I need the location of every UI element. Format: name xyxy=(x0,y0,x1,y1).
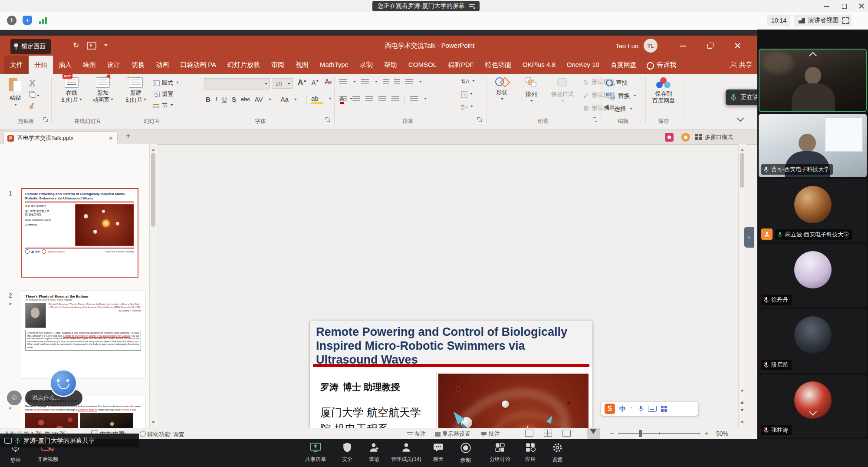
settings-button[interactable]: 设置 xyxy=(541,442,574,464)
font-dialog-launcher[interactable] xyxy=(326,117,330,122)
character-spacing-button[interactable]: AV xyxy=(255,96,276,103)
distribute-icon[interactable] xyxy=(391,96,399,102)
canvas-scrollbar[interactable] xyxy=(738,144,746,428)
align-right-icon[interactable] xyxy=(365,96,373,102)
breakout-button[interactable]: 分组讨论 xyxy=(483,442,516,463)
increase-indent-icon[interactable] xyxy=(394,79,400,85)
cut-button[interactable] xyxy=(29,79,36,88)
line-spacing-icon[interactable] xyxy=(405,79,413,85)
slide-thumbnail-1[interactable]: Remote Powering and Control of Biologica… xyxy=(21,188,138,278)
close-document-tab-icon[interactable]: ✕ xyxy=(108,135,113,142)
multiwindow-icon[interactable] xyxy=(695,134,702,140)
zoom-out-button[interactable]: − xyxy=(610,430,614,437)
ime-toolbar[interactable]: S 中 °, xyxy=(601,402,698,416)
video-tile-xudandan[interactable]: 徐丹丹 xyxy=(759,244,867,308)
layout-button[interactable]: 版式 xyxy=(153,79,179,87)
accessibility-status[interactable]: 辅助功能: 调查 xyxy=(140,430,184,438)
ribbon-tab-foxit-pdf[interactable]: 福昕PDF xyxy=(442,56,480,74)
zoom-in-button[interactable]: + xyxy=(705,430,709,437)
grow-font-button[interactable]: A▲ xyxy=(298,78,307,87)
notes-button[interactable]: 备注 xyxy=(407,430,426,438)
emoji-button[interactable]: ☺ xyxy=(7,391,22,405)
record-button[interactable]: 录制 xyxy=(449,442,482,464)
share-button[interactable]: 共享 xyxy=(730,56,752,74)
video-tile-gaolibo[interactable]: 高立波-西安电子科技大学 xyxy=(759,179,867,242)
ribbon-tab-tell-me[interactable]: 告诉我 xyxy=(655,56,682,74)
participants-scroll-up-icon[interactable] xyxy=(809,52,816,60)
find-button[interactable]: 查找 xyxy=(606,79,628,87)
ppt-minimize-button[interactable] xyxy=(680,42,687,49)
sogou-logo-icon[interactable]: S xyxy=(605,404,615,414)
clipboard-dialog-launcher[interactable] xyxy=(43,117,48,122)
ribbon-tab-insert[interactable]: 插入 xyxy=(53,56,77,74)
convert-smartart-button[interactable] xyxy=(461,104,473,110)
copy-button[interactable] xyxy=(29,90,39,99)
video-tile-caoke[interactable]: 曹可-西安电子科技大学 xyxy=(759,114,867,177)
sidebar-collapse-handle[interactable]: › xyxy=(744,227,754,248)
ime-toolbox-icon[interactable] xyxy=(661,406,667,412)
manage-members-button[interactable]: 管理成员(14) xyxy=(390,442,423,463)
ribbon-tab-home[interactable]: 开始 xyxy=(29,56,53,74)
ribbon-tab-transitions[interactable]: 切换 xyxy=(126,56,150,74)
zoom-slider-thumb[interactable] xyxy=(639,430,642,437)
canvas-scroll-up-icon[interactable] xyxy=(740,147,744,151)
ime-language-icon[interactable]: 中 xyxy=(619,405,626,413)
new-animation-page-button[interactable]: 新加动画页 xyxy=(89,77,117,103)
collapse-ribbon-icon[interactable] xyxy=(737,115,744,122)
canvas-scroll-bottom-icon[interactable] xyxy=(740,421,744,425)
display-settings-button[interactable]: 显示器设置 xyxy=(435,430,470,438)
ribbon-tab-draw[interactable]: 绘图 xyxy=(77,56,102,74)
slide-thumbnail-2[interactable]: There's Plenty of Room at the Bottom An … xyxy=(21,291,145,378)
ppt-restore-button[interactable] xyxy=(707,42,714,49)
section-button[interactable]: 节 xyxy=(153,102,173,109)
decrease-indent-icon[interactable] xyxy=(383,79,389,85)
start-slideshow-icon[interactable] xyxy=(87,42,96,50)
fullscreen-button[interactable] xyxy=(840,15,852,26)
online-slides-button[interactable]: HOT 在线幻灯片 xyxy=(57,77,86,103)
italic-button[interactable]: I xyxy=(215,96,217,103)
normal-view-icon[interactable] xyxy=(525,430,533,437)
lock-screen-button[interactable]: 锁定画面 xyxy=(10,39,51,54)
reset-button[interactable]: 重置 xyxy=(153,90,173,98)
ribbon-tab-view[interactable]: 视图 xyxy=(290,56,314,74)
slideshow-view-button[interactable] xyxy=(587,428,600,439)
minimize-button[interactable] xyxy=(824,3,830,9)
meeting-info-icon[interactable]: i xyxy=(7,16,16,25)
ribbon-tab-special-features[interactable]: 特色功能 xyxy=(480,56,517,74)
bold-button[interactable]: B xyxy=(206,96,210,103)
ribbon-tab-okplus[interactable]: OKPlus 4.8 xyxy=(517,56,561,74)
tab-more-icon[interactable]: ⋮ xyxy=(115,133,121,140)
previous-slide-icon[interactable] xyxy=(740,399,744,404)
ribbon-tab-comsol[interactable]: COMSOL xyxy=(403,56,442,74)
shrink-font-button[interactable]: A▼ xyxy=(312,79,319,86)
arrange-button[interactable]: 排列 xyxy=(519,77,543,105)
plugin-icon-1[interactable] xyxy=(665,133,674,142)
shapes-button[interactable]: 形状 xyxy=(490,77,514,103)
next-slide-icon[interactable] xyxy=(740,409,744,413)
thumbnail-scrollbar[interactable] xyxy=(149,144,157,428)
banner-menu-icon[interactable] xyxy=(469,3,476,9)
numbering-icon[interactable] xyxy=(361,79,369,85)
share-screen-button[interactable]: 共享屏幕 xyxy=(299,442,332,463)
ime-punctuation-icon[interactable]: °, xyxy=(630,406,634,412)
main-slide[interactable]: Remote Powering and Control of Biologica… xyxy=(310,321,592,428)
video-tile-duanqikai[interactable]: 段启凯 xyxy=(759,309,867,373)
canvas-scroll-down-icon[interactable] xyxy=(740,390,744,394)
text-direction-button[interactable]: ⇅A xyxy=(461,78,475,85)
ime-keyboard-icon[interactable] xyxy=(648,406,657,412)
font-size-input[interactable]: 20 xyxy=(273,78,293,89)
strikethrough-button[interactable]: abc xyxy=(241,96,250,103)
ppt-close-button[interactable] xyxy=(734,42,741,49)
justify-icon[interactable] xyxy=(378,96,386,102)
account-avatar[interactable]: TL xyxy=(644,39,658,53)
ribbon-tab-file[interactable]: 文件 xyxy=(4,56,29,74)
new-tab-icon[interactable]: + xyxy=(126,132,131,141)
change-case-button[interactable]: Aa xyxy=(281,96,302,103)
zoom-level[interactable]: 50% xyxy=(716,430,728,437)
plugin-icon-2[interactable] xyxy=(681,133,690,142)
align-left-icon[interactable] xyxy=(339,96,347,102)
redo-icon[interactable]: ↻ xyxy=(73,41,79,50)
multiwindow-label[interactable]: 多窗口模式 xyxy=(705,133,733,141)
font-name-input[interactable] xyxy=(204,78,270,89)
paragraph-dialog-launcher[interactable] xyxy=(477,117,482,122)
